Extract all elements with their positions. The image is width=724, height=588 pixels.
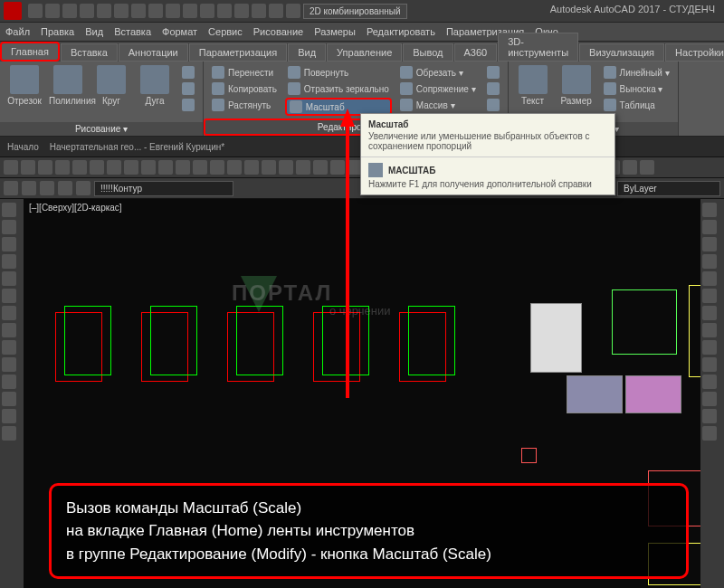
menu-file[interactable]: Файл (5, 26, 30, 37)
drawing-object[interactable] (689, 285, 700, 377)
tb-icon[interactable] (90, 160, 104, 175)
qat-btn[interactable] (148, 4, 163, 18)
tb-icon[interactable] (313, 160, 328, 175)
tb-icon[interactable] (124, 160, 138, 175)
tb-icon[interactable] (279, 160, 293, 175)
tb-icon[interactable] (141, 160, 156, 175)
menu-edit[interactable]: Правка (41, 26, 74, 37)
rotate-button[interactable]: Повернуть (285, 65, 392, 80)
pal-icon[interactable] (2, 375, 16, 389)
layer-dropdown[interactable]: !!!!!Контур (94, 181, 233, 196)
tb-icon[interactable] (330, 160, 345, 175)
pal-icon[interactable] (2, 426, 16, 441)
tb-icon[interactable] (623, 160, 637, 175)
menu-format[interactable]: Формат (162, 26, 197, 37)
tab-view[interactable]: Вид (288, 43, 326, 62)
drawing-object[interactable] (64, 306, 111, 375)
pal-icon[interactable] (2, 409, 16, 423)
pal-icon[interactable] (2, 203, 16, 217)
tab-settings[interactable]: Настройки (665, 43, 724, 62)
pal-icon[interactable] (702, 254, 717, 269)
pal-icon[interactable] (702, 220, 717, 234)
app-logo-icon[interactable] (4, 2, 22, 20)
drawing-object[interactable] (236, 306, 283, 375)
draw-mini-1[interactable] (179, 65, 197, 80)
modify-mini-1[interactable] (484, 65, 502, 80)
pal-icon[interactable] (2, 306, 16, 320)
menu-tools[interactable]: Сервис (208, 26, 243, 37)
tb-icon[interactable] (158, 160, 173, 175)
tb-icon[interactable] (296, 160, 310, 175)
tab-parametric[interactable]: Параметризация (189, 43, 287, 62)
pal-icon[interactable] (702, 203, 717, 217)
pal-icon[interactable] (702, 426, 717, 441)
draw-mini-2[interactable] (179, 81, 197, 96)
circle-button[interactable]: Круг (92, 65, 130, 122)
qat-btn[interactable] (217, 4, 232, 18)
layer-props-icon[interactable] (4, 181, 18, 195)
tab-insert[interactable]: Вставка (61, 43, 118, 62)
tab-output[interactable]: Вывод (403, 43, 452, 62)
line-button[interactable]: Отрезок (5, 65, 43, 122)
pal-icon[interactable] (702, 357, 717, 372)
pal-icon[interactable] (702, 271, 717, 286)
table-button[interactable]: Таблица (601, 98, 672, 112)
move-button[interactable]: Перенести (209, 65, 280, 80)
pal-icon[interactable] (702, 237, 717, 251)
menu-view[interactable]: Вид (85, 26, 103, 37)
tb-icon[interactable] (640, 160, 654, 175)
redo-icon[interactable] (131, 4, 146, 18)
tab-annotate[interactable]: Аннотации (119, 43, 188, 62)
tb-icon[interactable] (21, 160, 35, 175)
pal-icon[interactable] (702, 323, 717, 337)
qat-btn[interactable] (200, 4, 214, 18)
workspace-icon[interactable] (286, 4, 300, 18)
trim-button[interactable]: Обрезать ▾ (397, 65, 479, 80)
saveas-icon[interactable] (80, 4, 94, 18)
pal-icon[interactable] (702, 375, 717, 389)
leader-button[interactable]: Выноска ▾ (601, 81, 672, 96)
tb-icon[interactable] (244, 160, 259, 175)
tab-home[interactable]: Главная (0, 42, 60, 62)
tb-icon[interactable] (227, 160, 242, 175)
drawing-viewport[interactable]: [–][Сверху][2D-каркас] ПОРТАЛ о черчении… (24, 199, 700, 588)
tb-icon[interactable] (193, 160, 207, 175)
open-icon[interactable] (45, 4, 60, 18)
modify-mini-2[interactable] (484, 81, 502, 96)
tb-icon[interactable] (4, 160, 18, 175)
drawing-object[interactable] (408, 306, 455, 375)
pal-icon[interactable] (2, 237, 16, 251)
tab-3dtools[interactable]: 3D-инструменты (498, 33, 578, 62)
layer-lock-icon[interactable] (76, 181, 90, 195)
menu-modify[interactable]: Редактировать (367, 26, 435, 37)
array-button[interactable]: Массив ▾ (397, 98, 479, 112)
fillet-button[interactable]: Сопряжение ▾ (397, 81, 479, 96)
stretch-button[interactable]: Растянуть (209, 98, 280, 112)
tb-icon[interactable] (107, 160, 121, 175)
polyline-button[interactable]: Полилиния (49, 65, 87, 122)
tb-icon[interactable] (210, 160, 224, 175)
pal-icon[interactable] (702, 392, 717, 406)
menu-draw[interactable]: Рисование (253, 26, 303, 37)
pal-icon[interactable] (2, 392, 16, 406)
new-icon[interactable] (28, 4, 43, 18)
image-object[interactable] (625, 375, 681, 413)
menu-insert[interactable]: Вставка (114, 26, 151, 37)
qat-btn[interactable] (234, 4, 249, 18)
image-object[interactable] (567, 375, 623, 413)
layer-off-icon[interactable] (40, 181, 54, 195)
workspace-dropdown[interactable]: 2D комбинированный (303, 4, 407, 19)
draw-mini-3[interactable] (179, 98, 197, 112)
drawing-object[interactable] (150, 306, 197, 375)
qat-btn[interactable] (269, 4, 283, 18)
linear-button[interactable]: Линейный ▾ (601, 65, 672, 80)
menu-dimension[interactable]: Размеры (314, 26, 356, 37)
copy-button[interactable]: Копировать (209, 81, 280, 96)
doctab-drawing[interactable]: Начертательная гео... - Евгений Курицин* (50, 142, 224, 152)
pal-icon[interactable] (2, 357, 16, 372)
tb-icon[interactable] (176, 160, 190, 175)
viewport-label[interactable]: [–][Сверху][2D-каркас] (29, 203, 122, 213)
pal-icon[interactable] (2, 271, 16, 286)
layer-freeze-icon[interactable] (58, 181, 72, 195)
color-dropdown[interactable]: ByLayer (617, 181, 720, 196)
